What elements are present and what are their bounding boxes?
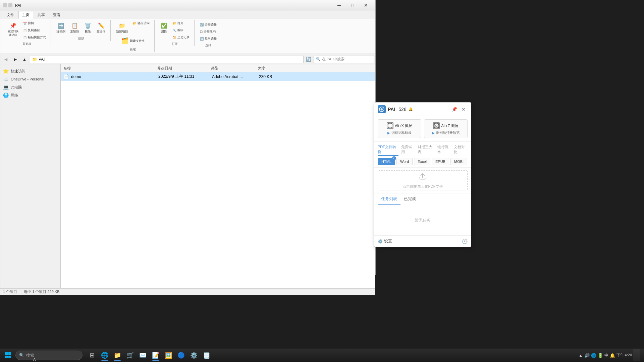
copy-to-button[interactable]: 📋 复制到 — [68, 20, 81, 35]
file-row[interactable]: 📄 demo 2022/9/9 上午 11:31 Adobe Acrobat .… — [61, 72, 375, 81]
search-box[interactable]: 🔍 在 PAI 中搜索 — [314, 56, 374, 63]
tray-lang-icon[interactable]: 中 — [604, 353, 608, 358]
pai-header: PAI 528 🔔 📌 ✕ — [374, 103, 471, 116]
convert-tab-free[interactable]: 免费试用 — [401, 144, 415, 156]
onedrive-icon: ☁️ — [3, 76, 9, 82]
pai-pin-button[interactable]: 📌 — [450, 105, 458, 113]
tab-task-list[interactable]: 任务列表 — [378, 193, 400, 205]
history-button[interactable]: 📜 历史记录 — [171, 34, 192, 41]
clipboard-label: 剪贴板 — [22, 42, 32, 46]
format-epub-button[interactable]: EPUB — [432, 158, 449, 165]
ai-label[interactable]: Ai — [33, 357, 37, 361]
delete-button[interactable]: 🗑️ 删除 — [82, 20, 94, 35]
svg-point-3 — [436, 125, 437, 126]
properties-button[interactable]: ✅ 属性 — [158, 20, 170, 41]
pai-close-button[interactable]: ✕ — [460, 105, 468, 113]
invert-selection-button[interactable]: 🔄 反向选择 — [198, 36, 219, 42]
search-icon: 🔍 — [316, 57, 321, 61]
new-folder-button[interactable]: 🗂️ 新建文件夹 — [119, 36, 147, 46]
screenshot-clipboard-action: 识别到粘贴板 — [391, 130, 412, 135]
tab-completed[interactable]: 已完成 — [400, 193, 419, 205]
sidebar-item-onedrive[interactable]: ☁️ OneDrive - Personal — [0, 75, 60, 83]
edit-button[interactable]: 🔧 编辑 — [171, 27, 192, 34]
convert-tab-bank[interactable]: 银行流水 — [437, 144, 451, 156]
col-name[interactable]: 名称 — [63, 66, 157, 71]
minimize-button[interactable]: ─ — [332, 1, 346, 10]
tray-up-icon[interactable]: ▲ — [579, 353, 583, 358]
svg-rect-6 — [5, 356, 8, 358]
select-all-button[interactable]: ☑️ 全部选择 — [198, 21, 219, 28]
format-mobi-button[interactable]: MOBI — [450, 158, 467, 165]
taskbar-app-settings[interactable]: ⚙️ — [188, 349, 200, 361]
forward-button[interactable]: ▶ — [11, 56, 19, 63]
tray-volume-icon[interactable]: 🔊 — [584, 353, 590, 358]
settings-button[interactable]: ⚙️ 设置 — [378, 238, 392, 244]
open-button[interactable]: 📂 打开 — [171, 20, 192, 26]
taskbar-app-edge[interactable]: 🌐 — [99, 349, 111, 361]
col-date[interactable]: 修改日期 — [157, 66, 211, 71]
pai-logo — [378, 105, 386, 113]
deselect-all-button[interactable]: ☐ 全部取消 — [198, 28, 219, 35]
upload-area[interactable]: 点击或拖放上传PDF文件 — [378, 170, 468, 190]
edge-icon: 🌐 — [101, 352, 108, 359]
easy-access-button[interactable]: 📂 轻松访问 — [131, 20, 152, 26]
taskbar-app-task-view[interactable]: ⊞ — [86, 349, 98, 361]
word-indicator — [152, 360, 159, 361]
no-task-text: 暂无任务 — [415, 218, 431, 223]
new-item-button[interactable]: 📁 新建项目 — [114, 20, 130, 35]
organize-label: 组织 — [78, 37, 84, 41]
taskbar-search[interactable]: 🔍 搜索 — [15, 351, 83, 360]
convert-tab-pdf[interactable]: PDF文件转换 — [378, 144, 398, 156]
tab-view[interactable]: 查看 — [49, 11, 64, 19]
close-button[interactable]: ✕ — [359, 1, 373, 10]
taskbar-app-store[interactable]: 🛒 — [124, 349, 136, 361]
screenshot-clipboard-button[interactable]: Alt+X 截屏 ▶ 识别到粘贴板 — [378, 119, 421, 138]
col-size[interactable]: 大小 — [258, 66, 291, 71]
tray-network-icon[interactable]: 🌐 — [591, 353, 596, 358]
screenshot-preview-button[interactable]: Alt+Z 截屏 ▶ 识别后打开预览 — [424, 119, 468, 138]
tray-battery-icon[interactable]: 🔋 — [598, 353, 603, 358]
delete-icon: 🗑️ — [84, 21, 92, 29]
move-to-button[interactable]: ➡️ 移动到 — [54, 20, 67, 35]
address-path[interactable]: 📁 PAI — [30, 56, 304, 63]
screenshot-preview-shortcut: Alt+Z 截屏 — [441, 123, 458, 128]
properties-icon: ✅ — [160, 21, 168, 29]
footer-info-icon[interactable]: 🕐 — [462, 239, 468, 244]
rename-button[interactable]: ✏️ 重命名 — [95, 20, 108, 35]
taskbar-app-chrome[interactable]: 🔵 — [175, 349, 187, 361]
pai-title: PAI — [388, 107, 395, 112]
taskbar-app-notes[interactable]: 🗒️ — [201, 349, 213, 361]
format-html-button[interactable]: HTML ✓ — [378, 158, 395, 165]
explorer-title-bar: PAI ─ □ ✕ — [0, 0, 375, 10]
file-date: 2022/9/9 上午 11:31 — [158, 74, 212, 79]
up-button[interactable]: ▲ — [20, 56, 29, 63]
taskbar-time[interactable]: 下午 4:20 — [616, 353, 632, 358]
format-word-button[interactable]: Word — [396, 158, 413, 165]
convert-tab-financial[interactable]: 财报三大表 — [418, 144, 435, 156]
copy-path-button[interactable]: 📋 复制路径 — [21, 27, 48, 34]
cut-button[interactable]: ✂️ 剪切 — [21, 20, 48, 26]
paste-shortcut-button[interactable]: 📋 粘贴快捷方式 — [21, 34, 48, 41]
sidebar-item-quick-access[interactable]: ⭐ 快速访问 — [0, 67, 60, 75]
taskbar-app-mail[interactable]: ✉️ — [137, 349, 149, 361]
refresh-button[interactable]: 🔄 — [305, 56, 312, 63]
sidebar-item-this-pc[interactable]: 💻 此电脑 — [0, 83, 60, 91]
sidebar-item-network[interactable]: 🌐 网络 — [0, 91, 60, 99]
show-desktop-button[interactable] — [633, 349, 640, 361]
back-button[interactable]: ◀ — [2, 56, 10, 63]
new-folder-icon: 🗂️ — [121, 37, 128, 45]
taskbar-app-explorer[interactable]: 📁 — [111, 349, 123, 361]
tab-home[interactable]: 主页 — [18, 11, 33, 19]
start-button[interactable] — [1, 349, 15, 361]
convert-tab-compare[interactable]: 文档对比 — [454, 144, 468, 156]
taskbar-app-word[interactable]: 📝 — [150, 349, 162, 361]
pin-button[interactable]: 📌 固定到快速访问 — [6, 20, 20, 41]
maximize-button[interactable]: □ — [346, 1, 359, 10]
tab-share[interactable]: 共享 — [34, 11, 49, 19]
tab-file[interactable]: 文件 — [3, 11, 18, 19]
col-type[interactable]: 类型 — [211, 66, 258, 71]
tray-notification-icon[interactable]: 🔔 — [610, 353, 615, 358]
format-excel-button[interactable]: Excel — [414, 158, 430, 165]
taskbar-app-photos[interactable]: 🖼️ — [162, 349, 174, 361]
explorer-window: PAI ─ □ ✕ 文件 主页 共享 查看 📌 固定到快速访问 — [0, 0, 376, 275]
